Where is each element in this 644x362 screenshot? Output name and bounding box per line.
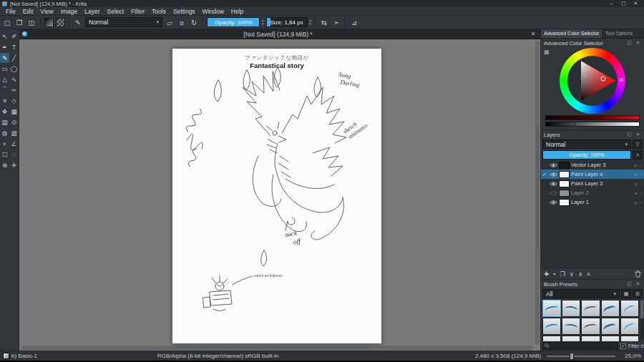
color-wheel[interactable] bbox=[560, 48, 625, 114]
pattern-edit-tool[interactable]: ▨ bbox=[9, 128, 19, 138]
zoom-slider[interactable] bbox=[547, 353, 615, 360]
preserve-alpha-icon[interactable]: α bbox=[177, 17, 187, 28]
open-document-icon[interactable]: ❒ bbox=[14, 17, 24, 28]
menu-file[interactable]: File bbox=[2, 7, 19, 16]
layer-blending-mode-dropdown[interactable]: Normal ▾ bbox=[542, 140, 631, 149]
crop-tool[interactable]: ▦ bbox=[9, 107, 19, 117]
brush-preset-thumbnail[interactable] bbox=[562, 300, 580, 317]
minimize-button[interactable]: – bbox=[605, 0, 618, 7]
layer-options-icon[interactable]: ≡ bbox=[633, 150, 643, 160]
canvas-viewport[interactable]: ファンタジックな物語が Fantastical story Song Darli… bbox=[19, 39, 540, 351]
document-tab-label[interactable]: [Not Saved] (124,9 MiB) * bbox=[27, 31, 529, 38]
filter-in-tag-checkbox[interactable]: ✓ bbox=[620, 343, 626, 349]
polyline-tool[interactable]: ∿ bbox=[9, 74, 19, 84]
move-layer-up-button[interactable]: ∧ bbox=[578, 270, 582, 278]
bezier-curve-tool[interactable]: ⌒ bbox=[0, 85, 9, 95]
zoom-tool[interactable]: ⊕ bbox=[0, 160, 9, 170]
scrollbar-handle[interactable] bbox=[640, 300, 643, 318]
brush-size-slider[interactable]: Size: 1,84 px bbox=[266, 17, 308, 27]
menu-tools[interactable]: Tools bbox=[148, 7, 170, 16]
visibility-eye-icon[interactable] bbox=[549, 200, 557, 205]
brush-preset-thumbnail[interactable] bbox=[620, 300, 639, 317]
brush-preset-thumbnail[interactable] bbox=[542, 300, 561, 317]
wrap-around-icon[interactable]: ➣ bbox=[331, 17, 341, 28]
color-sampler-tool[interactable]: ⊙ bbox=[9, 117, 19, 127]
layer-row[interactable]: ✓Paint Layer 4α ▫ bbox=[541, 170, 644, 179]
preset-grid-scrollbar[interactable] bbox=[640, 300, 643, 340]
tag-filter-dropdown[interactable]: All ▾ bbox=[542, 289, 620, 298]
brush-preset-thumbnail[interactable] bbox=[601, 300, 620, 317]
brush-preset-thumbnail[interactable] bbox=[601, 336, 620, 341]
menu-select[interactable]: Select bbox=[104, 7, 128, 16]
current-brush-chip[interactable]: b) Basic-1 bbox=[3, 353, 37, 359]
tab-tool-options[interactable]: Tool Options bbox=[602, 29, 635, 38]
add-layer-button[interactable]: ✚ bbox=[544, 270, 549, 278]
zoom-slider-handle[interactable] bbox=[570, 353, 574, 360]
menu-image[interactable]: Image bbox=[57, 7, 82, 16]
canvas-vertical-scrollbar[interactable] bbox=[535, 41, 540, 345]
canvas-page[interactable]: ファンタジックな物語が Fantastical story Song Darli… bbox=[172, 49, 381, 343]
menu-edit[interactable]: Edit bbox=[19, 7, 37, 16]
layer-row[interactable]: Layer 1α ▫ bbox=[541, 197, 644, 207]
brush-preset-thumbnail[interactable] bbox=[601, 318, 620, 335]
add-layer-dropdown-icon[interactable]: ▾ bbox=[553, 271, 555, 276]
close-docker-icon[interactable]: ✕ bbox=[635, 281, 641, 287]
calligraphy-tool[interactable]: ✒ bbox=[0, 42, 9, 52]
document-close-icon[interactable]: ✕ bbox=[529, 31, 537, 37]
float-docker-icon[interactable]: ◱ bbox=[626, 132, 633, 137]
transform-tool[interactable]: ◇ bbox=[9, 96, 19, 106]
freehand-brush-tool[interactable]: ✎ bbox=[0, 53, 9, 63]
move-tool[interactable]: ✥ bbox=[0, 107, 9, 117]
menu-view[interactable]: View bbox=[36, 7, 57, 16]
preset-search-field[interactable] bbox=[542, 342, 618, 350]
dynamic-brush-tool[interactable]: ✑ bbox=[9, 85, 19, 95]
size-spinner[interactable]: ▴ ▾ bbox=[310, 19, 312, 26]
brush-preset-thumbnail[interactable] bbox=[562, 318, 580, 335]
visibility-eye-icon[interactable] bbox=[549, 162, 557, 168]
mirror-view-icon[interactable]: ⇆ bbox=[319, 17, 329, 28]
close-docker-icon[interactable]: ✕ bbox=[635, 40, 641, 46]
elliptical-selection-tool[interactable]: ◌ bbox=[9, 150, 19, 160]
gradient-chooser[interactable] bbox=[44, 18, 54, 27]
brush-preset-thumbnail[interactable] bbox=[581, 300, 600, 317]
trim-icon[interactable]: ⊿ bbox=[349, 17, 359, 28]
pan-tool[interactable]: ✛ bbox=[9, 160, 19, 170]
brush-preset-thumbnail[interactable] bbox=[542, 336, 561, 341]
text-tool[interactable]: T bbox=[9, 42, 19, 52]
blending-mode-dropdown[interactable]: Normal ▾ bbox=[85, 17, 162, 27]
rectangular-selection-tool[interactable]: ☐ bbox=[0, 150, 9, 160]
maximize-button[interactable]: ▢ bbox=[618, 0, 630, 7]
float-docker-icon[interactable]: ◱ bbox=[626, 281, 633, 287]
tab-advanced-color-selector[interactable]: Advanced Color Selector bbox=[541, 29, 602, 38]
tag-tool-icon[interactable]: ⊞ bbox=[633, 289, 643, 298]
value-marker[interactable] bbox=[574, 122, 575, 127]
opacity-slider[interactable]: Opacity: 100% bbox=[207, 17, 260, 27]
multibrush-tool[interactable]: ✳ bbox=[0, 96, 9, 106]
line-tool[interactable]: ╱ bbox=[9, 53, 19, 63]
brush-preset-thumbnail[interactable] bbox=[581, 318, 600, 335]
subwindow-icon[interactable] bbox=[22, 31, 27, 36]
layer-row[interactable]: Paint Layer 3α ▫ bbox=[541, 179, 644, 188]
eraser-mode-icon[interactable]: ▱ bbox=[165, 17, 175, 28]
pattern-chooser[interactable] bbox=[56, 18, 65, 27]
spin-down-icon[interactable]: ▾ bbox=[310, 22, 312, 26]
spin-down-icon[interactable]: ▾ bbox=[262, 22, 264, 26]
duplicate-layer-button[interactable]: ❐ bbox=[560, 270, 565, 278]
menu-help[interactable]: Help bbox=[228, 7, 247, 16]
menu-filter[interactable]: Filter bbox=[127, 7, 148, 16]
measure-tool[interactable]: ∠ bbox=[9, 139, 19, 149]
fill-tool[interactable]: ◍ bbox=[0, 128, 9, 138]
close-button[interactable]: ✕ bbox=[630, 0, 642, 7]
layer-filter-icon[interactable]: ▽ bbox=[633, 140, 643, 149]
color-history-strip[interactable] bbox=[545, 115, 640, 120]
grid-view-icon[interactable]: ▦ bbox=[621, 289, 631, 298]
layer-opacity-slider[interactable]: Opacity: 100% bbox=[542, 150, 631, 160]
ellipse-tool[interactable]: ◯ bbox=[9, 64, 19, 74]
close-docker-icon[interactable]: ✕ bbox=[635, 132, 641, 137]
reload-preset-icon[interactable]: ↻ bbox=[189, 17, 199, 28]
brush-preset-thumbnail[interactable] bbox=[542, 318, 561, 335]
visibility-eye-icon[interactable] bbox=[549, 172, 557, 177]
layer-row[interactable]: Vector Layer 3α ▫ bbox=[541, 160, 644, 170]
brush-preset-thumbnail[interactable] bbox=[620, 336, 639, 341]
hue-ring-marker[interactable] bbox=[620, 78, 623, 82]
